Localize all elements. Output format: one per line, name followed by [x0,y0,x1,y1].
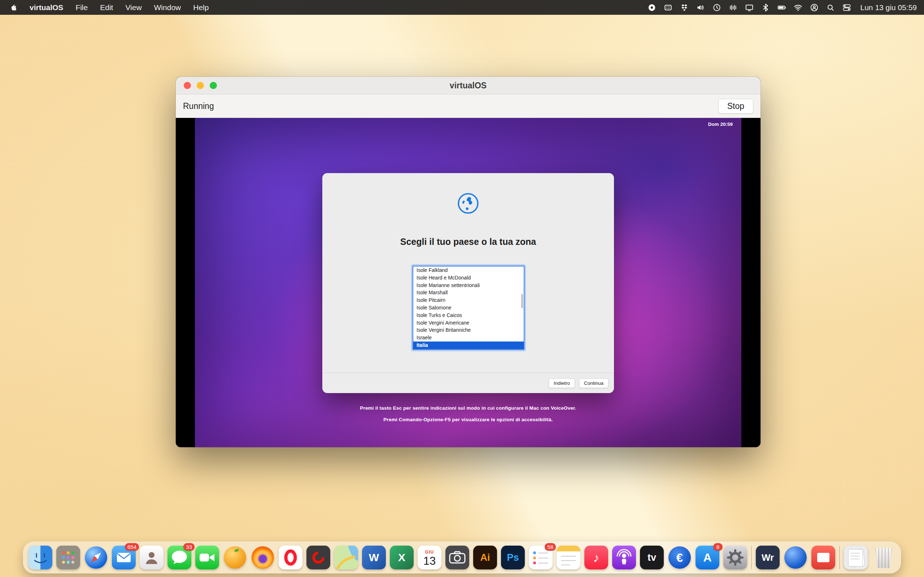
dock-item-settings[interactable] [723,546,747,569]
maps-icon [334,546,358,569]
window-title: virtualOS [176,77,761,94]
dock-item-app-store[interactable]: A 8 [696,546,719,569]
dock-item-screenshot[interactable] [446,546,469,569]
mail-badge: 654 [125,543,139,551]
dock-item-opera[interactable] [279,546,302,569]
dock-item-word[interactable]: W [362,546,386,569]
user-icon[interactable] [809,3,819,12]
menu-window[interactable]: Window [154,3,181,12]
volume-icon[interactable] [696,3,705,12]
dock-item-maps[interactable] [334,546,358,569]
country-option[interactable]: Isole Vergini Americane [413,319,524,327]
country-option[interactable]: Isole Marianne settentrionali [413,282,524,289]
back-button[interactable]: Indietro [549,378,575,388]
window-toolbar: Running Stop [176,95,761,118]
country-option[interactable]: Isole Turks e Caicos [413,311,524,319]
dock-item-orange-app[interactable] [223,546,247,569]
country-option-selected[interactable]: Italia [413,342,524,349]
word-icon: W [362,546,386,569]
apple-menu-icon[interactable] [10,3,17,12]
menu-view[interactable]: View [125,3,142,12]
continue-button[interactable]: Continua [579,378,609,388]
control-center-icon[interactable] [842,3,851,12]
country-option[interactable]: Isole Salomone [413,304,524,311]
country-option[interactable]: Isole Marshall [413,289,524,297]
bluetooth-icon[interactable] [761,3,770,12]
dock-divider [751,546,752,569]
list-scrollbar[interactable] [521,294,523,308]
dock-item-launchpad[interactable] [56,546,80,569]
illustrator-glyph: Ai [480,553,490,562]
country-option[interactable]: Isole Falkland [413,266,524,274]
dock-item-podcasts[interactable] [612,546,636,569]
dock-item-writer[interactable]: Wr [756,546,780,569]
dock-item-reminders[interactable]: 58 [529,546,552,569]
podcasts-icon [612,546,636,569]
window-titlebar[interactable]: virtualOS [176,77,761,95]
record-icon[interactable] [647,3,657,12]
country-option[interactable]: Isole Pitcairn [413,297,524,304]
country-option[interactable]: Israele [413,334,524,342]
country-list[interactable]: Isole Falkland Isole Heard e McDonald Is… [412,266,525,350]
zoom-button[interactable] [210,82,217,89]
country-option[interactable]: Isole Heard e McDonald [413,274,524,282]
writer-icon: Wr [756,546,780,569]
acrobat-icon [307,546,330,569]
dock-item-calendar[interactable]: GIU 13 [418,546,441,569]
setup-assistant-dialog: Scegli il tuo paese o la tua zona Isole … [322,173,614,393]
battery-icon[interactable] [777,3,787,12]
display-icon[interactable] [745,3,754,12]
dock-item-excel[interactable]: X [390,546,414,569]
dock: 654 33 [23,542,901,574]
dock-item-red-app[interactable] [811,546,835,569]
dock-item-apple-tv[interactable]: tv [640,546,664,569]
menu-file[interactable]: File [76,3,88,12]
app-store-badge: 8 [713,543,723,551]
dock-item-illustrator[interactable]: Ai [473,546,497,569]
word-glyph: W [369,552,379,563]
dock-item-finder[interactable] [29,546,52,569]
photoshop-glyph: Ps [507,553,519,562]
menubar-clock[interactable]: Lun 13 giu 05:59 [861,3,917,12]
search-icon[interactable] [826,3,835,12]
country-option[interactable]: Isole Vergini Britanniche [413,326,524,334]
dock-item-mail[interactable]: 654 [112,546,136,569]
app-menu-virtualos[interactable]: virtualOS [30,3,63,12]
dock-item-trash[interactable] [872,546,895,569]
dock-item-facetime[interactable] [195,546,219,569]
equalizer-icon[interactable] [729,3,738,12]
red-book-icon [811,546,835,569]
vm-desktop-wallpaper: Dom 20:59 Scegli il tuo paese o la tua z… [195,118,741,447]
close-button[interactable] [184,82,191,89]
dock-item-documents-stack[interactable] [844,546,868,569]
facetime-icon [195,546,219,569]
dock-item-messages[interactable]: 33 [168,546,191,569]
photoshop-icon: Ps [501,546,525,569]
dock-item-photoshop[interactable]: Ps [501,546,525,569]
traffic-lights [184,82,217,89]
contacts-icon [140,546,163,569]
dock-item-notes[interactable] [557,546,580,569]
menu-edit[interactable]: Edit [100,3,113,12]
keypad-icon[interactable] [663,3,673,12]
dock-item-firefox[interactable] [251,546,275,569]
apple-tv-icon: tv [640,546,664,569]
wifi-icon[interactable] [793,3,803,12]
calendar-month: GIU [425,550,434,554]
menu-help[interactable]: Help [193,3,208,12]
dock-item-acrobat[interactable] [307,546,330,569]
blue-sphere-icon [784,546,807,569]
time-machine-icon[interactable] [712,3,722,12]
dock-item-compass-app[interactable] [84,546,108,569]
voiceover-hint-text: Premi il tasto Esc per sentire indicazio… [195,405,741,411]
minimize-button[interactable] [197,82,204,89]
dock-item-music[interactable]: ♪ [584,546,608,569]
reminders-badge: 58 [544,543,556,551]
dock-item-euro-app[interactable]: € [668,546,691,569]
menubar-status-area: Lun 13 giu 05:59 [647,3,917,12]
dropbox-icon[interactable] [680,3,689,12]
dock-item-blue-globe-app[interactable] [783,546,808,569]
calendar-icon: GIU 13 [418,546,441,569]
stop-button[interactable]: Stop [718,99,753,114]
dock-item-contacts[interactable] [140,546,163,569]
